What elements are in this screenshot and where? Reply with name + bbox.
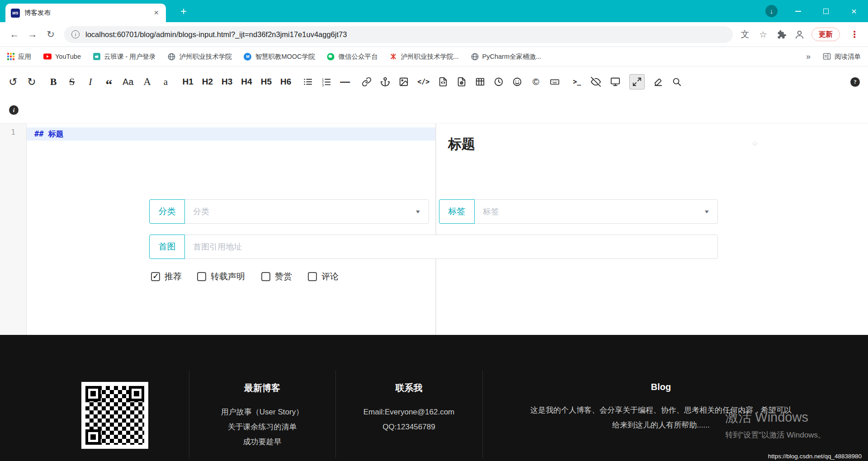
tab-close-icon[interactable]: ×: [152, 8, 160, 18]
bookmark-wechat[interactable]: 微信公众平台: [327, 52, 377, 61]
datetime-icon[interactable]: [494, 74, 504, 89]
horizontal-rule-button[interactable]: —: [340, 74, 350, 89]
browser-tab[interactable]: ws 博客发布 ×: [5, 4, 166, 22]
checkbox-icon[interactable]: [308, 272, 317, 281]
url-text[interactable]: localhost:60701/blog/admin/blogs-input.h…: [85, 30, 347, 39]
tag-select[interactable]: 标签 ▼: [474, 199, 718, 224]
globe-icon: [168, 53, 175, 61]
checkbox-label: 赞赏: [275, 271, 292, 282]
profile-avatar-icon[interactable]: [793, 28, 805, 40]
bookmark-lzvtc-2[interactable]: 泸州职业技术学院...: [390, 52, 458, 61]
quote-button[interactable]: “: [104, 74, 114, 89]
youtube-icon: [43, 53, 52, 60]
reload-button[interactable]: ↻: [42, 25, 60, 43]
inline-code-button[interactable]: </>: [417, 74, 429, 89]
toolbar-group-headings: H1 H2 H3 H4 H5 H6: [182, 74, 291, 89]
info-icon[interactable]: i: [9, 105, 19, 115]
checkbox-icon[interactable]: [197, 272, 206, 281]
page-info-icon[interactable]: i: [71, 30, 80, 38]
bookmark-apps[interactable]: 应用: [7, 52, 31, 61]
window-close-button[interactable]: ×: [840, 0, 868, 22]
markdown-source-text[interactable]: ## 标题: [34, 129, 64, 139]
toolbar-right-icons: 文 ☆ 更新 ⋮: [739, 28, 863, 41]
unordered-list-icon[interactable]: [303, 74, 313, 89]
bookmark-lzvtc[interactable]: 泸州职业技术学院: [168, 52, 231, 61]
ordered-list-icon[interactable]: 123: [321, 74, 331, 89]
emoji-icon[interactable]: [512, 74, 522, 89]
h6-button[interactable]: H6: [280, 74, 291, 89]
qr-finder-icon: [129, 386, 144, 401]
html-entities-button[interactable]: ©: [531, 74, 541, 89]
uppercase-button[interactable]: A: [142, 74, 152, 89]
bookmark-youtube[interactable]: YouTube: [43, 53, 81, 60]
csdn-attribution-link[interactable]: https://blog.csdn.net/qq_48838980: [768, 453, 862, 460]
h3-button[interactable]: H3: [222, 74, 232, 89]
browser-update-icon[interactable]: ↓: [765, 5, 778, 17]
checkbox-repost-statement[interactable]: 转载声明: [197, 271, 245, 282]
link-icon[interactable]: [362, 74, 372, 89]
lowercase-button[interactable]: a: [160, 74, 170, 89]
footer-link[interactable]: 关于课余练习的清单: [189, 419, 335, 434]
tab-title: 博客发布: [24, 9, 152, 17]
reading-list-button[interactable]: 阅读清单: [823, 52, 861, 61]
browser-menu-icon[interactable]: ⋮: [846, 29, 863, 40]
redo-icon[interactable]: ↻: [27, 74, 37, 89]
extensions-puzzle-icon[interactable]: [775, 28, 787, 40]
toolbar-group-view: >_: [572, 74, 682, 89]
checkbox-recommend[interactable]: 推荐: [151, 271, 182, 282]
undo-icon[interactable]: ↺: [8, 74, 18, 89]
footer-link[interactable]: 用户故事（User Story）: [189, 405, 335, 419]
strikethrough-button[interactable]: S: [67, 74, 77, 89]
bookmark-pycharm[interactable]: PyCharm全家桶激...: [471, 52, 542, 61]
back-button[interactable]: ←: [5, 25, 24, 43]
help-button[interactable]: ?: [850, 77, 860, 87]
h2-button[interactable]: H2: [202, 74, 213, 89]
pagebreak-keyboard-icon[interactable]: [549, 74, 560, 89]
search-icon[interactable]: [672, 74, 682, 89]
tab-strip: ws 博客发布 × + ↓ ×: [0, 0, 868, 22]
goto-line-button[interactable]: >_: [572, 74, 582, 89]
omnibox[interactable]: i localhost:60701/blog/admin/blogs-input…: [64, 26, 733, 43]
markdown-toolbar: ↺ ↻ B S I “ Aa A a H1 H2 H3 H4 H5 H6: [0, 70, 868, 94]
h1-button[interactable]: H1: [182, 74, 193, 89]
checkbox-icon[interactable]: [261, 272, 270, 281]
footer-link[interactable]: 成功要趁早: [189, 434, 335, 449]
fullscreen-button[interactable]: [629, 74, 645, 89]
checkbox-comment[interactable]: 评论: [308, 271, 339, 282]
minimize-button[interactable]: [784, 0, 812, 22]
category-label: 分类: [149, 199, 185, 224]
translate-icon[interactable]: 文: [739, 28, 751, 40]
checkbox-label: 转载声明: [211, 271, 245, 282]
bookmarks-overflow-chevron[interactable]: »: [806, 52, 811, 61]
ucwords-button[interactable]: Aa: [123, 74, 133, 89]
footer-column-contact: 联系我 Email:Everyone@162.com QQ:123456789: [335, 382, 482, 434]
checkbox-appreciate[interactable]: 赞赏: [261, 271, 292, 282]
watch-monitor-icon[interactable]: [610, 74, 621, 89]
bookmark-yunbanke[interactable]: 云班课 - 用户登录: [93, 52, 156, 61]
bold-button[interactable]: B: [48, 74, 58, 89]
forward-button[interactable]: →: [24, 25, 42, 43]
footer-column-title: 最新博客: [189, 382, 335, 394]
cover-url-input[interactable]: [184, 235, 718, 259]
h4-button[interactable]: H4: [241, 74, 252, 89]
italic-button[interactable]: I: [85, 74, 95, 89]
category-select[interactable]: 分类 ▼: [184, 199, 429, 224]
code-block-icon[interactable]: [457, 74, 467, 89]
clear-eraser-icon[interactable]: [653, 74, 663, 89]
bookmark-star-icon[interactable]: ☆: [757, 28, 769, 40]
table-icon[interactable]: [475, 74, 485, 89]
anchor-icon[interactable]: [380, 74, 390, 89]
markdown-source-pane[interactable]: ## 标题: [27, 123, 435, 335]
bookmark-mooc[interactable]: M 智慧职教MOOC学院: [244, 52, 315, 61]
preformatted-text-icon[interactable]: [438, 74, 448, 89]
chrome-update-button[interactable]: 更新: [811, 28, 840, 41]
active-line[interactable]: ## 标题: [27, 127, 435, 141]
image-icon[interactable]: [399, 74, 409, 89]
preview-off-eye-icon[interactable]: [590, 74, 601, 89]
browser-window: ws 博客发布 × + ↓ × ← → ↻ i localhost:60701/…: [0, 0, 868, 461]
checkbox-icon[interactable]: [151, 272, 160, 281]
markdown-editor: 1 ## 标题 标题 ◇: [0, 123, 868, 335]
new-tab-button[interactable]: +: [177, 5, 190, 18]
maximize-button[interactable]: [812, 0, 840, 22]
h5-button[interactable]: H5: [261, 74, 272, 89]
